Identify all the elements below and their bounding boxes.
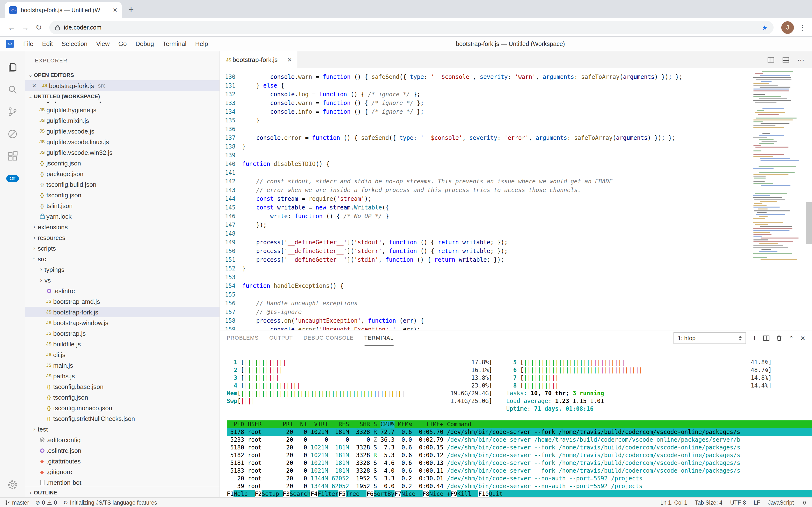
process-row-5178[interactable]: 5178 root 20 0 1021M 181M 3328 R 72.7 0.… xyxy=(227,428,812,436)
tree-item-main.js[interactable]: JSmain.js xyxy=(25,360,220,371)
tree-item-gulpfile.vscode.js[interactable]: JSgulpfile.vscode.js xyxy=(25,126,220,136)
process-row-39[interactable]: 39 root 20 0 1344M 62052 1952 S 0.0 0.2 … xyxy=(227,482,812,490)
tree-item-.eslintrc.json[interactable]: .eslintrc.json xyxy=(25,445,220,456)
menu-debug[interactable]: Debug xyxy=(131,40,158,47)
tree-item-bootstrap.js[interactable]: JSbootstrap.js xyxy=(25,328,220,339)
tree-item-tsconfig.build.json[interactable]: {}tsconfig.build.json xyxy=(25,179,220,190)
panel-tab-output[interactable]: OUTPUT xyxy=(269,330,293,346)
process-row-5233[interactable]: 5233 root 20 0 0 0 0 Z 36.3 0.0 0:02.79 … xyxy=(227,436,812,444)
panel-tab-debug-console[interactable]: DEBUG CONSOLE xyxy=(304,330,354,346)
fkey-F5[interactable]: F5 xyxy=(339,490,346,497)
bookmark-star-icon[interactable]: ★ xyxy=(762,23,768,31)
fkey-F10[interactable]: F10 xyxy=(479,490,489,497)
tree-item-tsconfig.json[interactable]: {}tsconfig.json xyxy=(25,190,220,200)
tree-item-vs[interactable]: ›vs xyxy=(25,275,220,285)
chevron-right-icon[interactable]: › xyxy=(31,224,38,230)
tree-item-.eslintrc[interactable]: .eslintrc xyxy=(25,285,220,296)
chevron-right-icon[interactable]: › xyxy=(38,277,45,283)
more-actions-icon[interactable]: ⋯ xyxy=(797,55,805,64)
tree-item-tsconfig.json[interactable]: {}tsconfig.json xyxy=(25,392,220,402)
tree-item-gulpfile.extensions.js[interactable]: JSgulpfile.extensions.js xyxy=(25,102,220,105)
encoding[interactable]: UTF-8 xyxy=(730,500,746,505)
fkey-label-F3[interactable]: Search xyxy=(290,490,311,497)
editor-layout-icon[interactable] xyxy=(782,56,790,63)
tree-item-tsconfig.strictNullChecks.json[interactable]: {}tsconfig.strictNullChecks.json xyxy=(25,413,220,424)
fkey-label-F2[interactable]: Setup xyxy=(262,490,283,497)
browser-menu-icon[interactable]: ⋮ xyxy=(798,23,807,32)
tree-item-bootstrap-window.js[interactable]: JSbootstrap-window.js xyxy=(25,317,220,328)
process-row-5180[interactable]: 5180 root 20 0 1021M 181M 3328 S 7.3 0.6… xyxy=(227,444,812,451)
new-terminal-icon[interactable]: + xyxy=(752,334,757,342)
fkey-F9[interactable]: F9 xyxy=(450,490,457,497)
tab-close-icon[interactable]: ✕ xyxy=(113,7,118,13)
fkey-F8[interactable]: F8 xyxy=(422,490,429,497)
close-icon[interactable]: ✕ xyxy=(32,82,36,89)
split-terminal-icon[interactable] xyxy=(763,335,770,342)
debug-activity-button[interactable] xyxy=(2,123,23,145)
menu-go[interactable]: Go xyxy=(114,40,131,47)
fkey-F3[interactable]: F3 xyxy=(283,490,290,497)
open-editors-header[interactable]: ⌄ OPEN EDITORS xyxy=(25,70,220,80)
panel-tab-terminal[interactable]: TERMINAL xyxy=(364,330,393,346)
tree-item-.mention-bot[interactable]: .mention-bot xyxy=(25,477,220,487)
fkey-F4[interactable]: F4 xyxy=(311,490,318,497)
editor-tab-bootstrap-fork[interactable]: JS bootstrap-fork.js ✕ xyxy=(220,51,297,68)
tree-item-bootstrap-fork.js[interactable]: JSbootstrap-fork.js xyxy=(25,307,220,317)
tree-item-gulpfile.vscode.win32.js[interactable]: JSgulpfile.vscode.win32.js xyxy=(25,147,220,158)
panel-tab-problems[interactable]: PROBLEMS xyxy=(227,330,259,346)
open-editor-item[interactable]: ✕ JS bootstrap-fork.js src xyxy=(25,80,220,91)
tree-item-gulpfile.vscode.linux.js[interactable]: JSgulpfile.vscode.linux.js xyxy=(25,136,220,147)
process-row-20[interactable]: 20 root 20 0 1344M 62052 1952 S 3.3 0.2 … xyxy=(227,474,812,482)
process-row-5182[interactable]: 5182 root 20 0 1021M 181M 3328 R 5.3 0.6… xyxy=(227,451,812,459)
fkey-label-F5[interactable]: Tree xyxy=(346,490,367,497)
terminal-select[interactable]: 1: htop xyxy=(674,332,746,344)
close-icon[interactable]: ✕ xyxy=(287,56,292,63)
code-editor[interactable]: 130 console.warn = function () { safeSen… xyxy=(220,68,812,330)
chevron-right-icon[interactable]: › xyxy=(38,266,45,273)
tree-item-typings[interactable]: ›typings xyxy=(25,264,220,275)
tree-item-resources[interactable]: ›resources xyxy=(25,232,220,243)
off-badge[interactable]: Off xyxy=(6,175,19,182)
tree-item-tsconfig.base.json[interactable]: {}tsconfig.base.json xyxy=(25,381,220,392)
avatar[interactable]: J xyxy=(781,21,794,34)
fkey-label-F4[interactable]: Filter xyxy=(318,490,339,497)
terminal[interactable]: 1 [|||||||||||| 17.8%] 5 [||||||||||||||… xyxy=(220,346,812,497)
tree-item-src[interactable]: ›src xyxy=(25,253,220,264)
chevron-down-icon[interactable]: › xyxy=(31,256,38,262)
tree-item-jsconfig.json[interactable]: {}jsconfig.json xyxy=(25,158,220,168)
tree-item-.gitattributes[interactable]: ◆.gitattributes xyxy=(25,456,220,466)
language-mode[interactable]: JavaScript xyxy=(768,500,794,505)
fkey-F6[interactable]: F6 xyxy=(367,490,373,497)
minimap[interactable] xyxy=(752,68,805,330)
fkey-F1[interactable]: F1 xyxy=(227,490,234,497)
tree-item-.gitignore[interactable]: ◆.gitignore xyxy=(25,466,220,477)
maximize-panel-icon[interactable]: ⌃ xyxy=(789,335,794,342)
search-activity-button[interactable] xyxy=(2,78,23,101)
tree-item-yarn.lock[interactable]: yarn.lock xyxy=(25,211,220,222)
browser-tab[interactable]: </> bootstrap-fork.js — Untitled (W ✕ xyxy=(5,2,122,18)
close-panel-icon[interactable]: ✕ xyxy=(800,335,806,342)
fkey-F7[interactable]: F7 xyxy=(394,490,401,497)
menu-help[interactable]: Help xyxy=(191,40,212,47)
menu-terminal[interactable]: Terminal xyxy=(158,40,191,47)
tree-item-paths.js[interactable]: JSpaths.js xyxy=(25,371,220,381)
tree-item-scripts[interactable]: ›scripts xyxy=(25,243,220,253)
process-row-5183[interactable]: 5183 root 20 0 1021M 181M 3328 S 4.0 0.6… xyxy=(227,467,812,474)
fkey-F2[interactable]: F2 xyxy=(255,490,262,497)
tree-item-gulpfile.hygiene.js[interactable]: JSgulpfile.hygiene.js xyxy=(25,105,220,115)
fkey-label-F6[interactable]: SortBy xyxy=(373,490,394,497)
tab-size[interactable]: Tab Size: 4 xyxy=(695,500,723,505)
menu-view[interactable]: View xyxy=(92,40,114,47)
fkey-label-F9[interactable]: Kill xyxy=(457,490,479,497)
menu-file[interactable]: File xyxy=(19,40,38,47)
workspace-section-header[interactable]: ⌄ UNTITLED (WORKSPACE) xyxy=(25,91,220,102)
extensions-activity-button[interactable] xyxy=(2,145,23,167)
split-editor-icon[interactable] xyxy=(767,56,774,63)
menu-selection[interactable]: Selection xyxy=(57,40,92,47)
process-row-5181[interactable]: 5181 root 20 0 1021M 181M 3328 S 4.6 0.6… xyxy=(227,459,812,467)
tree-item-cli.js[interactable]: JScli.js xyxy=(25,349,220,360)
back-button[interactable]: ← xyxy=(5,23,18,32)
fkey-label-F10[interactable]: Quit xyxy=(489,490,510,497)
chevron-right-icon[interactable]: › xyxy=(31,234,38,241)
tree-item-bootstrap-amd.js[interactable]: JSbootstrap-amd.js xyxy=(25,296,220,307)
